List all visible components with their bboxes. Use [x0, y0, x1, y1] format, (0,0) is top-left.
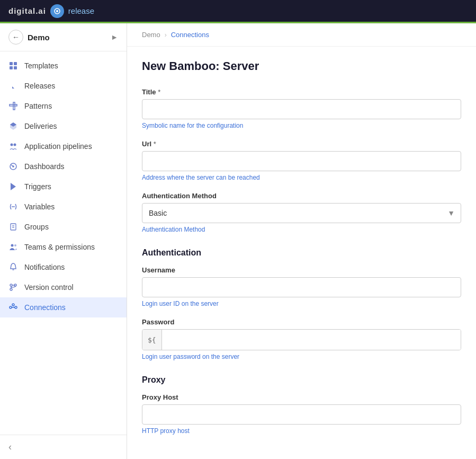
auth-method-group: Authentication Method Basic Token OAuth …	[142, 192, 461, 233]
sidebar-item-connections[interactable]: Connections	[0, 297, 127, 317]
variables-icon	[8, 202, 18, 211]
groups-label: Groups	[24, 223, 49, 231]
sidebar-item-releases[interactable]: Releases	[0, 76, 127, 96]
logo-text: digital.ai	[8, 6, 46, 15]
svg-rect-4	[10, 66, 13, 69]
breadcrumb-separator: ›	[165, 31, 167, 39]
password-label: Password	[142, 318, 461, 326]
sidebar-item-groups[interactable]: Groups	[0, 217, 127, 237]
password-prefix: ${	[142, 330, 162, 350]
deliveries-label: Deliveries	[24, 122, 57, 130]
svg-marker-12	[11, 183, 16, 190]
patterns-label: Patterns	[24, 102, 52, 110]
auth-method-select[interactable]: Basic Token OAuth	[142, 203, 461, 223]
sidebar: ← Demo ► Templates Releases	[0, 23, 127, 459]
connections-icon	[8, 303, 18, 312]
sidebar-item-templates[interactable]: Templates	[0, 56, 127, 76]
app-logo: digital.ai release	[8, 4, 94, 18]
releases-icon	[8, 81, 18, 91]
sidebar-item-application-pipelines[interactable]: Application pipelines	[0, 136, 127, 156]
svg-rect-3	[14, 62, 17, 65]
svg-point-25	[15, 306, 17, 308]
title-label: Title *	[142, 88, 461, 96]
teams-label: Teams & permissions	[24, 243, 95, 251]
notifications-icon	[8, 262, 18, 272]
username-input[interactable]	[142, 277, 461, 297]
notifications-label: Notifications	[24, 263, 65, 271]
url-input[interactable]	[142, 151, 461, 171]
password-hint: Login user password on the server	[142, 353, 461, 360]
teams-icon	[8, 242, 18, 252]
app-pipelines-icon	[8, 142, 18, 151]
authentication-section-title: Authentication	[142, 248, 461, 258]
sidebar-item-dashboards[interactable]: Dashboards	[0, 156, 127, 176]
auth-method-hint: Authentication Method	[142, 226, 461, 233]
breadcrumb-connections[interactable]: Connections	[171, 31, 209, 39]
auth-method-label: Authentication Method	[142, 192, 461, 200]
username-field-group: Username Login user ID on the server	[142, 266, 461, 307]
proxy-host-hint: HTTP proxy host	[142, 427, 461, 435]
version-control-icon	[8, 283, 18, 292]
patterns-icon	[8, 101, 18, 111]
back-button[interactable]: ←	[8, 30, 23, 45]
groups-icon	[8, 222, 18, 232]
releases-label: Releases	[24, 82, 55, 90]
breadcrumb-demo[interactable]: Demo	[142, 31, 160, 39]
dashboards-label: Dashboards	[24, 162, 65, 171]
main-layout: ← Demo ► Templates Releases	[0, 23, 476, 459]
svg-point-27	[12, 304, 14, 306]
proxy-host-field-group: Proxy Host HTTP proxy host	[142, 393, 461, 435]
sidebar-item-patterns[interactable]: Patterns	[0, 96, 127, 116]
sidebar-header[interactable]: ← Demo ►	[0, 23, 127, 51]
svg-point-20	[10, 284, 12, 286]
svg-point-8	[11, 144, 13, 146]
product-name: release	[68, 6, 94, 15]
triggers-label: Triggers	[24, 182, 51, 191]
auth-method-select-wrapper: Basic Token OAuth ▼	[142, 203, 461, 223]
sidebar-item-deliveries[interactable]: Deliveries	[0, 116, 127, 136]
proxy-host-input[interactable]	[142, 404, 461, 425]
sidebar-item-variables[interactable]: Variables	[0, 197, 127, 217]
svg-rect-2	[10, 62, 13, 65]
password-input[interactable]	[162, 330, 461, 350]
deliveries-icon	[8, 121, 18, 131]
templates-icon	[8, 61, 18, 70]
svg-point-24	[10, 306, 12, 308]
username-label: Username	[142, 266, 461, 274]
password-group: ${	[142, 329, 461, 350]
topbar: digital.ai release	[0, 0, 476, 23]
sidebar-item-teams-permissions[interactable]: Teams & permissions	[0, 237, 127, 257]
password-field-group: Password ${ Login user password on the s…	[142, 318, 461, 360]
variables-label: Variables	[24, 202, 55, 211]
sidebar-item-version-control[interactable]: Version control	[0, 277, 127, 297]
app-pipelines-label: Application pipelines	[24, 142, 92, 151]
sidebar-footer: ‹	[0, 435, 127, 459]
title-field-group: Title * Symbolic name for the configurat…	[142, 88, 461, 129]
proxy-section-title: Proxy	[142, 375, 461, 385]
svg-rect-5	[14, 66, 17, 69]
url-label: Url *	[142, 140, 461, 148]
dashboards-icon	[8, 162, 18, 171]
url-hint: Address where the server can be reached	[142, 174, 461, 181]
svg-rect-14	[11, 224, 16, 230]
url-field-group: Url * Address where the server can be re…	[142, 140, 461, 181]
svg-point-18	[14, 244, 16, 246]
svg-point-1	[56, 10, 58, 12]
breadcrumb: Demo › Connections	[127, 23, 476, 47]
svg-point-17	[11, 244, 14, 247]
svg-point-11	[13, 166, 14, 167]
sidebar-item-notifications[interactable]: Notifications	[0, 257, 127, 277]
title-input[interactable]	[142, 99, 461, 119]
username-hint: Login user ID on the server	[142, 300, 461, 307]
sidebar-collapse-button[interactable]: ‹	[8, 442, 118, 453]
proxy-host-label: Proxy Host	[142, 393, 461, 401]
version-control-label: Version control	[24, 283, 74, 292]
sidebar-title: Demo	[28, 33, 106, 42]
main-content: Demo › Connections New Bamboo: Server Ti…	[127, 23, 476, 459]
forward-icon: ►	[111, 33, 118, 41]
form-container: New Bamboo: Server Title * Symbolic name…	[127, 47, 476, 459]
templates-label: Templates	[24, 61, 58, 70]
title-hint: Symbolic name for the configuration	[142, 122, 461, 129]
triggers-icon	[8, 182, 18, 191]
sidebar-item-triggers[interactable]: Triggers	[0, 176, 127, 197]
